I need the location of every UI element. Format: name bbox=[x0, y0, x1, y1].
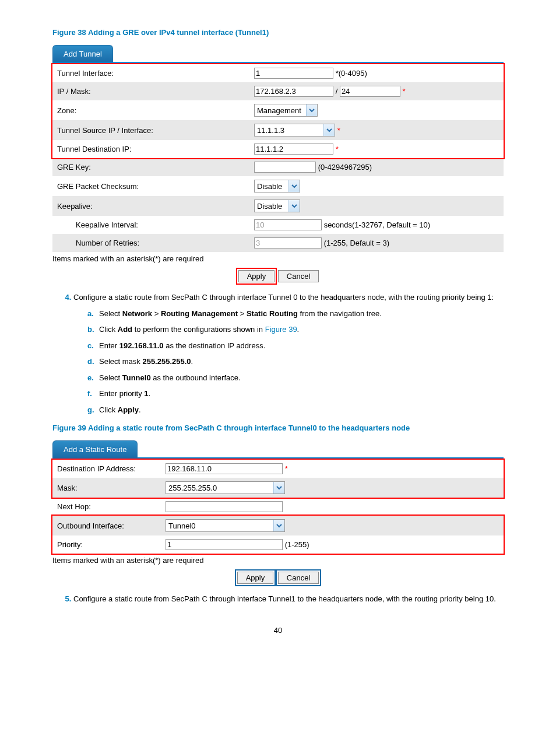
apply-button[interactable]: Apply bbox=[238, 270, 275, 282]
step-4: Configure a static route from SecPath C … bbox=[73, 292, 504, 415]
step-4a: a. Select Network > Routing Management >… bbox=[87, 308, 504, 320]
priority2-input[interactable] bbox=[166, 539, 283, 550]
mask-input[interactable] bbox=[340, 86, 400, 97]
step-4e: e. Select Tunnel0 as the outbound interf… bbox=[87, 372, 504, 384]
required-note-2: Items marked with an asterisk(*) are req… bbox=[52, 556, 504, 565]
add-static-route-tab[interactable]: Add a Static Route bbox=[52, 440, 138, 458]
step-list: Configure a static route from SecPath C … bbox=[52, 292, 504, 415]
ka-interval-input bbox=[254, 219, 322, 230]
figure39-link[interactable]: Figure 39 bbox=[265, 325, 297, 334]
chevron-down-icon bbox=[273, 482, 284, 494]
step-4c: c. Enter 192.168.11.0 as the destination… bbox=[87, 340, 504, 352]
ka-interval-label: Keepalive Interval: bbox=[52, 216, 249, 234]
checksum-select[interactable]: Disable bbox=[254, 180, 300, 192]
step-4b: b. Click Add to perform the configuratio… bbox=[87, 324, 504, 335]
tunnel-interface-label: Tunnel Interface: bbox=[52, 64, 249, 82]
keepalive-select[interactable]: Disable bbox=[254, 200, 300, 212]
required-asterisk: * bbox=[336, 145, 339, 153]
cancel-button-2[interactable]: Cancel bbox=[278, 572, 319, 584]
outif-label: Outbound Interface: bbox=[52, 516, 161, 536]
chevron-down-icon bbox=[288, 200, 300, 212]
step-4g: g. Click Apply. bbox=[87, 404, 504, 416]
step-4f: f. Enter priority 1. bbox=[87, 388, 504, 400]
chevron-down-icon bbox=[323, 124, 335, 136]
tunnel-interface-input[interactable] bbox=[254, 68, 333, 79]
apply-button-2[interactable]: Apply bbox=[237, 572, 274, 584]
add-tunnel-tab[interactable]: Add Tunnel bbox=[52, 45, 113, 62]
required-asterisk: * bbox=[337, 126, 340, 135]
retries-input bbox=[254, 237, 322, 249]
mask2-label: Mask: bbox=[52, 478, 161, 498]
gre-key-hint: (0-4294967295) bbox=[318, 163, 372, 172]
required-note: Items marked with an asterisk(*) are req… bbox=[52, 254, 504, 263]
gre-key-input[interactable] bbox=[254, 162, 316, 173]
priority2-hint: (1-255) bbox=[285, 540, 309, 549]
dest-ip-input[interactable] bbox=[166, 463, 283, 474]
gre-key-label: GRE Key: bbox=[52, 158, 249, 176]
required-asterisk: * bbox=[285, 464, 288, 473]
nexthop-input[interactable] bbox=[166, 501, 283, 512]
step-4d: d. Select mask 255.255.255.0. bbox=[87, 356, 504, 368]
priority2-label: Priority: bbox=[52, 536, 161, 554]
outif-select[interactable]: Tunnel0 bbox=[166, 519, 285, 532]
checksum-label: GRE Packet Checksum: bbox=[52, 176, 249, 196]
retries-hint: (1-255, Default = 3) bbox=[324, 239, 389, 247]
retries-label: Number of Retries: bbox=[52, 234, 249, 252]
tunnel-form-table: Tunnel Interface: *(0-4095) IP / Mask: /… bbox=[52, 64, 504, 252]
mask-separator: / bbox=[336, 87, 338, 96]
tunnel-dst-label: Tunnel Destination IP: bbox=[52, 140, 249, 158]
step-list-5: Configure a static route from SecPath C … bbox=[52, 593, 504, 605]
tunnel-src-select[interactable]: 11.1.1.3 bbox=[254, 124, 335, 136]
tunnel-src-label: Tunnel Source IP / Interface: bbox=[52, 120, 249, 140]
ka-interval-hint: seconds(1-32767, Default = 10) bbox=[324, 220, 430, 229]
keepalive-label: Keepalive: bbox=[52, 196, 249, 216]
nexthop-label: Next Hop: bbox=[52, 498, 161, 516]
mask2-select[interactable]: 255.255.255.0 bbox=[166, 481, 285, 494]
chevron-down-icon bbox=[306, 104, 317, 116]
tunnel-form-panel: Add Tunnel Tunnel Interface: *(0-4095) I… bbox=[52, 45, 504, 284]
dest-ip-label: Destination IP Address: bbox=[52, 460, 161, 478]
cancel-button[interactable]: Cancel bbox=[278, 270, 319, 282]
step-5: Configure a static route from SecPath C … bbox=[73, 593, 504, 605]
zone-select[interactable]: Management bbox=[254, 104, 318, 117]
figure38-title: Figure 38 Adding a GRE over IPv4 tunnel … bbox=[52, 28, 504, 37]
figure39-title: Figure 39 Adding a static route from Sec… bbox=[52, 424, 504, 432]
zone-label: Zone: bbox=[52, 100, 249, 120]
required-asterisk: * bbox=[403, 87, 406, 96]
chevron-down-icon bbox=[288, 180, 300, 192]
tunnel-dst-input[interactable] bbox=[254, 144, 333, 155]
ip-mask-label: IP / Mask: bbox=[52, 82, 249, 100]
static-route-panel: Add a Static Route Destination IP Addres… bbox=[52, 440, 504, 585]
tunnel-interface-hint: *(0-4095) bbox=[336, 69, 367, 78]
static-route-table: Destination IP Address: * Mask: 255.255.… bbox=[52, 460, 504, 554]
page-number: 40 bbox=[52, 626, 504, 635]
chevron-down-icon bbox=[273, 520, 284, 531]
ip-input[interactable] bbox=[254, 86, 333, 97]
